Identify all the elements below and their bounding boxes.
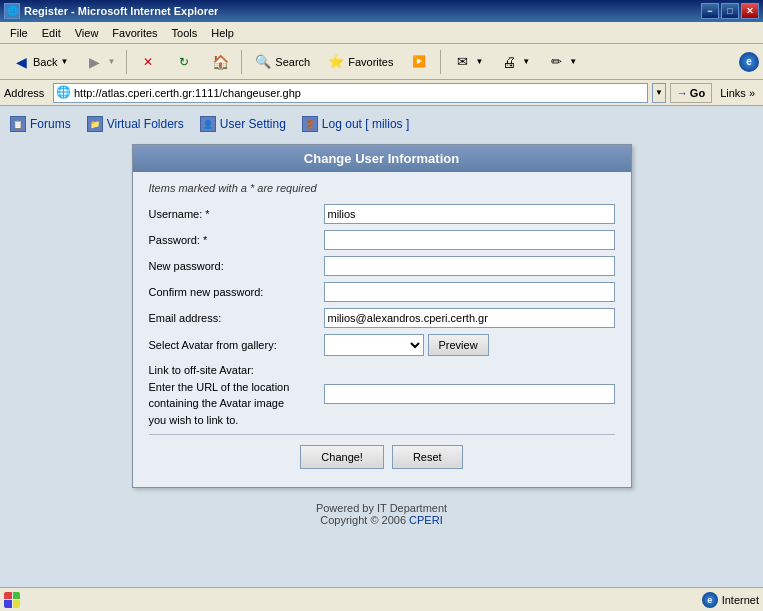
forward-icon: ▶ [84,52,104,72]
print-icon: 🖨 [499,52,519,72]
toolbar-sep-3 [440,50,441,74]
email-row: Email address: [149,308,615,328]
page-footer: Powered by IT Department Copyright © 200… [10,502,753,526]
stop-button[interactable]: ✕ [131,48,165,76]
nav-user-setting-label: User Setting [220,117,286,131]
avatar-select[interactable] [324,334,424,356]
status-text: Internet [722,594,759,606]
search-label: Search [275,56,310,68]
virtual-folders-icon: 📁 [87,116,103,132]
home-button[interactable]: 🏠 [203,48,237,76]
avatar-label: Select Avatar from gallery: [149,339,324,351]
mail-button[interactable]: ✉ ▼ [445,48,490,76]
close-button[interactable]: ✕ [741,3,759,19]
favorites-label: Favorites [348,56,393,68]
media-icon: ▶️ [409,52,429,72]
username-label: Username: * [149,208,324,220]
email-label: Email address: [149,312,324,324]
stop-icon: ✕ [138,52,158,72]
status-right: e Internet [702,592,759,608]
status-bar: e Internet [0,587,763,611]
home-icon: 🏠 [210,52,230,72]
nav-logout[interactable]: 🚪 Log out [ milios ] [302,116,409,132]
menu-tools[interactable]: Tools [166,25,204,41]
toolbar-sep-1 [126,50,127,74]
minimize-button[interactable]: − [701,3,719,19]
forums-icon: 📋 [10,116,26,132]
menu-favorites[interactable]: Favorites [106,25,163,41]
avatar-row: Select Avatar from gallery: Preview [149,334,615,356]
user-setting-icon: 👤 [200,116,216,132]
menu-help[interactable]: Help [205,25,240,41]
email-input[interactable] [324,308,615,328]
address-label: Address [4,87,49,99]
page-icon: 🌐 [56,85,72,101]
nav-virtual-folders-label: Virtual Folders [107,117,184,131]
address-bar: Address 🌐 ▼ → Go Links » [0,80,763,106]
confirm-password-label: Confirm new password: [149,286,324,298]
refresh-icon: ↻ [174,52,194,72]
main-content: 📋 Forums 📁 Virtual Folders 👤 User Settin… [0,106,763,587]
offsite-avatar-row: Link to off-site Avatar: Enter the URL o… [149,362,615,428]
form-note: Items marked with a * are required [149,182,615,194]
mail-chevron: ▼ [475,57,483,66]
menu-file[interactable]: File [4,25,34,41]
edit-button[interactable]: ✏ ▼ [539,48,584,76]
favorites-icon: ⭐ [326,52,346,72]
refresh-button[interactable]: ↻ [167,48,201,76]
address-input[interactable] [74,87,645,99]
confirm-password-input[interactable] [324,282,615,302]
nav-logout-label: Log out [ milios ] [322,117,409,131]
footer-line1: Powered by IT Department [10,502,753,514]
offsite-avatar-label: Link to off-site Avatar: Enter the URL o… [149,362,324,428]
start-icon [4,592,20,608]
forward-chevron: ▼ [107,57,115,66]
nav-links: 📋 Forums 📁 Virtual Folders 👤 User Settin… [10,116,753,132]
footer-link[interactable]: CPERI [409,514,443,526]
preview-button[interactable]: Preview [428,334,489,356]
reset-button[interactable]: Reset [392,445,463,469]
favorites-button[interactable]: ⭐ Favorites [319,48,400,76]
back-label: Back [33,56,57,68]
confirm-password-row: Confirm new password: [149,282,615,302]
links-label[interactable]: Links » [716,85,759,101]
print-chevron: ▼ [522,57,530,66]
nav-virtual-folders[interactable]: 📁 Virtual Folders [87,116,184,132]
address-input-wrap: 🌐 [53,83,648,103]
window-title: Register - Microsoft Internet Explorer [24,5,218,17]
menu-edit[interactable]: Edit [36,25,67,41]
status-left [4,592,20,608]
title-bar: 🌐 Register - Microsoft Internet Explorer… [0,0,763,22]
new-password-label: New password: [149,260,324,272]
logout-icon: 🚪 [302,116,318,132]
menu-bar: File Edit View Favorites Tools Help [0,22,763,44]
media-button[interactable]: ▶️ [402,48,436,76]
go-button[interactable]: → Go [670,83,712,103]
nav-forums-label: Forums [30,117,71,131]
toolbar: ◀ Back ▼ ▶ ▼ ✕ ↻ 🏠 🔍 Search ⭐ Favorites … [0,44,763,80]
password-input[interactable] [324,230,615,250]
back-chevron: ▼ [60,57,68,66]
nav-forums[interactable]: 📋 Forums [10,116,71,132]
search-button[interactable]: 🔍 Search [246,48,317,76]
maximize-button[interactable]: □ [721,3,739,19]
nav-user-setting[interactable]: 👤 User Setting [200,116,286,132]
username-input[interactable] [324,204,615,224]
forward-button[interactable]: ▶ ▼ [77,48,122,76]
mail-icon: ✉ [452,52,472,72]
menu-view[interactable]: View [69,25,105,41]
back-button[interactable]: ◀ Back ▼ [4,48,75,76]
submit-button[interactable]: Change! [300,445,384,469]
new-password-row: New password: [149,256,615,276]
back-icon: ◀ [11,52,31,72]
address-dropdown[interactable]: ▼ [652,83,666,103]
go-label: Go [690,87,705,99]
search-icon: 🔍 [253,52,273,72]
toolbar-sep-2 [241,50,242,74]
password-label: Password: * [149,234,324,246]
offsite-avatar-input[interactable] [324,384,615,404]
edit-icon: ✏ [546,52,566,72]
print-button[interactable]: 🖨 ▼ [492,48,537,76]
new-password-input[interactable] [324,256,615,276]
ie-logo: e [739,52,759,72]
